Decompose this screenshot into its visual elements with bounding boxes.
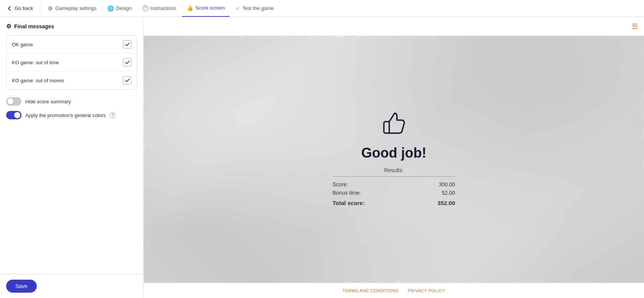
checkbox-check-icon-3: [125, 78, 130, 82]
checkbox-check-icon: [125, 42, 130, 46]
save-button[interactable]: Save: [6, 280, 37, 293]
ko-moves-checkbox[interactable]: [123, 76, 131, 85]
sidebar: ⚙ Final messages OK game KO game: out of…: [0, 17, 144, 298]
score-value: 300.00: [439, 181, 455, 187]
gear-icon: ⚙: [48, 5, 53, 11]
message-item-ko-time[interactable]: KO game: out of time: [7, 54, 137, 72]
globe-icon: 🌐: [107, 5, 114, 11]
ok-game-checkbox[interactable]: [123, 40, 131, 49]
apply-colors-label: Apply the promotion's general colors: [25, 112, 106, 118]
back-label: Go back: [15, 5, 33, 11]
privacy-link[interactable]: PRIVACY POLICY: [408, 288, 445, 293]
ok-game-label: OK game: [12, 42, 33, 47]
tab-gameplay[interactable]: ⚙ Gameplay settings: [43, 0, 101, 17]
tab-score-screen[interactable]: 👍 Score screen: [182, 0, 229, 17]
hide-score-row: Hide score summary: [6, 97, 137, 106]
hide-score-toggle[interactable]: [6, 97, 21, 106]
message-list: OK game KO game: out of time: [6, 35, 137, 90]
back-button[interactable]: Go back: [3, 3, 37, 13]
message-item-ok-game[interactable]: OK game: [7, 36, 137, 54]
apply-colors-row: Apply the promotion's general colors ?: [6, 111, 137, 119]
hide-score-label: Hide score summary: [25, 99, 71, 104]
help-icon[interactable]: ?: [110, 112, 116, 118]
score-card: Good job! Results: Score: 300.00 Bonus t…: [333, 110, 455, 208]
main-layout: ⚙ Final messages OK game KO game: out of…: [0, 17, 644, 298]
results-divider: [333, 176, 455, 177]
question-icon: ?: [143, 5, 148, 11]
score-label: Score:: [333, 181, 348, 187]
game-preview: Good job! Results: Score: 300.00 Bonus t…: [144, 36, 644, 283]
total-label: Total score:: [333, 200, 365, 206]
toggle-knob-2: [14, 112, 20, 118]
results-section: Results: Score: 300.00 Bonus time: 52.00…: [333, 167, 455, 208]
top-navigation: Go back ⚙ Gameplay settings 🌐 Design ? I…: [0, 0, 644, 17]
tab-score-label: Score screen: [195, 5, 225, 11]
tab-test-label: Test the game: [243, 5, 274, 11]
terms-link[interactable]: TERMS AND CONDITIONS: [342, 288, 398, 293]
ko-moves-label: KO game: out of moves: [12, 78, 64, 83]
toggle-knob: [7, 98, 13, 104]
score-row: Score: 300.00: [333, 181, 455, 187]
total-value: 352.00: [438, 200, 455, 206]
ko-time-checkbox[interactable]: [123, 58, 131, 67]
settings-icon: ⚙: [6, 23, 11, 30]
results-label: Results:: [384, 167, 404, 173]
good-job-heading: Good job!: [361, 145, 426, 161]
thumbs-svg: [382, 110, 406, 135]
hamburger-icon[interactable]: ☰: [632, 22, 638, 31]
preview-panel: ☰ Good job! Results:: [144, 17, 644, 298]
bonus-label: Bonus time:: [333, 190, 361, 196]
tab-design-label: Design: [116, 5, 131, 11]
bonus-value: 52.00: [442, 190, 455, 196]
tab-test-game[interactable]: ✓ Test the game: [231, 0, 279, 17]
total-row: Total score: 352.00: [333, 200, 455, 206]
tab-design[interactable]: 🌐 Design: [103, 0, 136, 17]
sidebar-content: ⚙ Final messages OK game KO game: out of…: [0, 17, 143, 274]
section-title: ⚙ Final messages: [6, 23, 137, 30]
ko-time-label: KO game: out of time: [12, 60, 59, 65]
thumbs-up-icon: [382, 110, 406, 139]
apply-colors-toggle[interactable]: [6, 111, 21, 119]
check-icon: ✓: [236, 5, 240, 11]
nav-divider: [40, 4, 40, 13]
preview-footer: TERMS AND CONDITIONS PRIVACY POLICY: [144, 283, 644, 298]
sidebar-footer: Save: [0, 274, 143, 298]
tab-instructions-label: Instructions: [151, 5, 176, 11]
score-icon: 👍: [187, 5, 193, 11]
message-item-ko-moves[interactable]: KO game: out of moves: [7, 72, 137, 89]
bonus-row: Bonus time: 52.00: [333, 190, 455, 196]
tab-gameplay-label: Gameplay settings: [55, 5, 97, 11]
tab-instructions[interactable]: ? Instructions: [138, 0, 180, 17]
back-arrow-icon: [7, 6, 12, 11]
checkbox-check-icon-2: [125, 60, 130, 64]
preview-toolbar: ☰: [144, 17, 644, 36]
